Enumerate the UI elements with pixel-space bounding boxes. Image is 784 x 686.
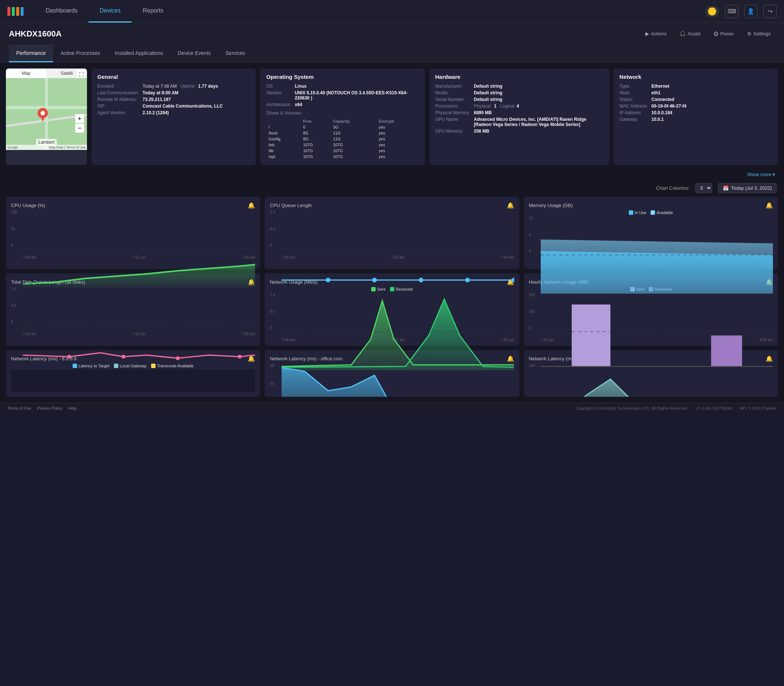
tab-device-events[interactable]: Device Events <box>170 45 218 62</box>
table-row: /boot <box>267 131 301 136</box>
footer-links: Terms of Use Privacy Policy Help <box>7 406 77 410</box>
latency-controlup-chart: 100 <box>529 364 773 393</box>
tab-performance[interactable]: Performance <box>9 45 53 62</box>
memory-inuse-dot <box>629 211 633 215</box>
map-zoom-controls: + − <box>75 114 84 132</box>
drives-section: Drives & Volumes: Free Capacity Encrypt … <box>266 110 419 160</box>
table-row: /config <box>267 136 301 142</box>
date-picker-btn[interactable]: 📅 Today (Jul 3, 2022) <box>718 183 777 193</box>
memory-legend: In Use Available <box>529 211 773 215</box>
network-grid: Type: Ethernet Alias: eth1 Status: Conne… <box>620 83 772 122</box>
zoom-in-btn[interactable]: + <box>75 114 84 123</box>
top-navigation: Dashboards Devices Reports ⌨ 👤 ↪ <box>0 0 784 23</box>
net-gateway-value: 10.0.1 <box>651 117 772 122</box>
ui-version: UI: 2.46.0.b875b564 <box>696 406 732 410</box>
svg-marker-33 <box>541 379 773 397</box>
show-more-bar[interactable]: Show more ▾ <box>6 170 778 180</box>
memory-alert-icon[interactable]: 🔔 <box>766 202 773 209</box>
cpu-usage-chart: 100 50 0 <box>11 211 255 255</box>
table-row: 0 <box>301 124 331 130</box>
tab-services[interactable]: Services <box>218 45 253 62</box>
settings-icon: ⚙ <box>747 31 751 36</box>
keyboard-icon-btn[interactable]: ⌨ <box>725 5 738 18</box>
columns-select[interactable]: 3 2 1 <box>695 183 712 193</box>
table-row: 8G <box>301 136 331 142</box>
memory-inuse-legend: In Use <box>629 211 647 215</box>
terms-link[interactable]: Terms of Use <box>7 406 31 410</box>
remote-ip-value: 73.25.211.197 <box>142 97 250 102</box>
nav-devices[interactable]: Devices <box>88 0 132 23</box>
drives-col-free: Free <box>301 119 331 124</box>
toggle-circle <box>708 7 716 15</box>
table-row: 107G <box>301 154 331 159</box>
zoom-out-btn[interactable]: − <box>75 124 84 132</box>
svg-marker-32 <box>282 368 514 397</box>
table-row: 107G <box>301 148 331 153</box>
general-card: General Enrolled: Today at 7:48 AM Uptim… <box>92 69 256 165</box>
cpu-usage-alert-icon[interactable]: 🔔 <box>248 202 255 209</box>
tabs-bar: Performance Active Processes Installed A… <box>0 45 784 63</box>
chevron-down-icon: ▾ <box>773 172 775 177</box>
net-mac-label: MAC Address: <box>620 103 648 109</box>
nav-dashboards[interactable]: Dashboards <box>34 0 88 23</box>
gpu-memory-label: GPU Memory: <box>435 129 470 134</box>
table-row: yes <box>377 154 418 159</box>
nav-reports[interactable]: Reports <box>132 0 174 23</box>
map-view-btn[interactable]: Map <box>6 69 46 78</box>
user-icon-btn[interactable]: 👤 <box>744 5 758 18</box>
enrolled-label: Enrolled: <box>97 83 139 89</box>
cpu-queue-title: CPU Queue Length <box>270 203 311 208</box>
cpu-queue-alert-icon[interactable]: 🔔 <box>507 202 514 209</box>
map-expand-btn[interactable]: ⛶ <box>77 70 85 79</box>
chart-controls: Chart Columns: 3 2 1 📅 Today (Jul 3, 202… <box>6 183 778 193</box>
map-body: Lambert + − Google Map Data | Terms of U… <box>6 78 87 150</box>
table-row: 11G <box>331 136 376 142</box>
privacy-link[interactable]: Privacy Policy <box>37 406 62 410</box>
cpu-queue-svg <box>282 211 514 288</box>
power-button[interactable]: ⏻ Power <box>709 29 738 39</box>
map-controls: Map Satelli ⛶ <box>6 69 87 78</box>
table-row: / <box>267 124 301 130</box>
assist-icon: 🎧 <box>680 31 686 36</box>
os-label: OS: <box>266 83 291 89</box>
svg-point-22 <box>176 356 180 360</box>
settings-button[interactable]: ⚙ Settings <box>743 29 775 39</box>
table-row: 107G <box>301 142 331 147</box>
tab-active-processes[interactable]: Active Processes <box>53 45 107 62</box>
map-panel: Map Satelli ⛶ Lambert <box>6 69 87 165</box>
cpu-usage-title: CPU Usage (%) <box>11 203 45 208</box>
agent-label: Agent Version: <box>97 110 139 115</box>
device-title: AHKDX1600A <box>9 29 62 39</box>
assist-button[interactable]: 🎧 Assist <box>675 29 705 39</box>
disk-queue-chart: 1.0 0.5 0 <box>11 287 255 331</box>
help-link[interactable]: Help <box>68 406 77 410</box>
main-content: Map Satelli ⛶ Lambert <box>0 63 784 403</box>
svg-point-15 <box>512 278 514 283</box>
serial-value: Default string <box>474 97 603 102</box>
network-usage-svg <box>282 293 514 370</box>
logout-icon-btn[interactable]: ↪ <box>763 5 777 18</box>
table-row: yes <box>377 124 418 130</box>
table-row: yes <box>377 148 418 153</box>
memory-header: Memory Usage (GB) 🔔 <box>529 202 773 209</box>
actions-button[interactable]: ▶ Actions <box>641 29 671 39</box>
hw-grid: Manufacturer: Default string Model: Defa… <box>435 83 603 134</box>
cpu-queue-header: CPU Queue Length 🔔 <box>270 202 514 209</box>
show-more-text: Show more <box>747 172 771 177</box>
arch-value: x64 <box>295 102 419 107</box>
logo-bar-4 <box>21 7 24 16</box>
table-row: yes <box>377 131 418 136</box>
network-title: Network <box>620 74 772 80</box>
theme-toggle[interactable] <box>705 6 719 17</box>
table-row: 3G <box>331 124 376 130</box>
api-version: API: 2.39.0.67aa9ee <box>740 406 777 410</box>
map-credits: Google Map Data | Terms of Use <box>6 145 87 150</box>
os-card: Operating System OS: Linux Version: UNIX… <box>260 69 425 165</box>
version-label: Version: <box>266 90 291 101</box>
gpu-memory-value: 256 MB <box>474 129 603 134</box>
tab-installed-applications[interactable]: Installed Applications <box>108 45 171 62</box>
net-alias-label: Alias: <box>620 90 648 95</box>
hn-y-labels: 200 100 0 <box>529 293 540 330</box>
net-gateway-label: Gateway: <box>620 117 648 122</box>
device-header: AHKDX1600A ▶ Actions 🎧 Assist ⏻ Power ⚙ … <box>0 23 784 45</box>
